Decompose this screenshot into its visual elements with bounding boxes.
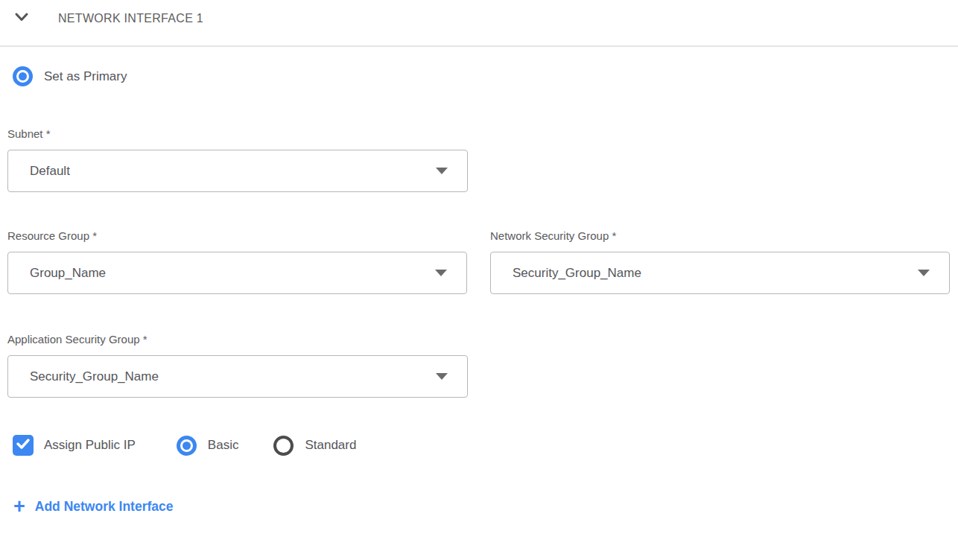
set-as-primary-radio[interactable] (13, 66, 33, 86)
set-as-primary-option: Set as Primary (13, 66, 950, 86)
basic-radio[interactable] (177, 436, 197, 456)
collapse-section-button[interactable] (15, 13, 28, 24)
section-content: Set as Primary Subnet * Default Resource… (0, 66, 958, 515)
basic-option: Basic (177, 436, 239, 456)
section-divider (0, 45, 958, 47)
standard-label: Standard (305, 438, 356, 453)
set-as-primary-label: Set as Primary (44, 69, 127, 84)
network-security-group-value: Security_Group_Name (513, 266, 918, 281)
resource-group-value: Group_Name (30, 266, 435, 281)
subnet-value: Default (30, 164, 436, 179)
application-security-group-value: Security_Group_Name (30, 369, 436, 384)
section-header: NETWORK INTERFACE 1 (0, 0, 958, 27)
basic-label: Basic (208, 438, 239, 453)
radio-dot (183, 442, 191, 450)
resource-group-dropdown[interactable]: Group_Name (7, 252, 467, 294)
dropdown-caret-icon (918, 270, 930, 276)
add-network-interface-label: Add Network Interface (35, 499, 174, 515)
dropdown-caret-icon (436, 373, 448, 380)
add-network-interface-link[interactable]: + Add Network Interface (13, 497, 950, 515)
public-ip-row: Assign Public IP Basic Standard (13, 435, 950, 456)
standard-option: Standard (273, 436, 356, 456)
network-security-group-label: Network Security Group * (490, 229, 950, 242)
network-security-group-dropdown[interactable]: Security_Group_Name (490, 252, 950, 294)
application-security-group-label: Application Security Group * (7, 333, 950, 346)
group-row: Resource Group * Group_Name Network Secu… (7, 229, 950, 294)
standard-radio[interactable] (273, 436, 294, 456)
subnet-label: Subnet * (7, 127, 950, 140)
application-security-group-field-group: Application Security Group * Security_Gr… (7, 333, 950, 398)
dropdown-caret-icon (436, 168, 448, 174)
resource-group-field-group: Resource Group * Group_Name (7, 229, 467, 294)
chevron-down-icon (15, 13, 28, 24)
checkmark-icon (16, 438, 31, 453)
subnet-dropdown[interactable]: Default (7, 150, 468, 192)
assign-public-ip-label: Assign Public IP (44, 438, 136, 453)
network-security-group-field-group: Network Security Group * Security_Group_… (490, 229, 950, 294)
section-title: NETWORK INTERFACE 1 (58, 12, 203, 25)
dropdown-caret-icon (435, 270, 447, 276)
application-security-group-dropdown[interactable]: Security_Group_Name (7, 355, 468, 398)
network-interface-panel: NETWORK INTERFACE 1 Set as Primary Subne… (0, 0, 958, 560)
plus-icon: + (13, 497, 25, 515)
radio-dot (19, 72, 27, 80)
resource-group-label: Resource Group * (7, 229, 467, 242)
subnet-field-group: Subnet * Default (7, 127, 950, 192)
assign-public-ip-checkbox[interactable] (13, 435, 34, 456)
